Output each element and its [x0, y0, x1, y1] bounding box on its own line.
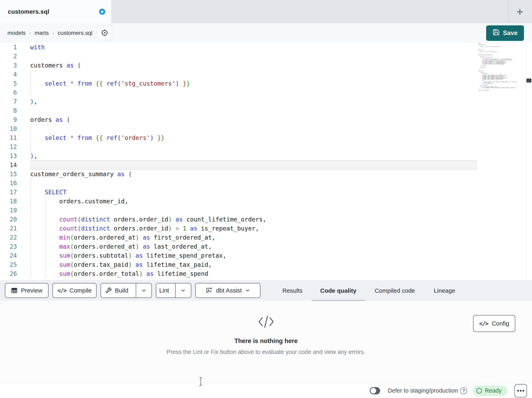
status-label: Ready	[485, 387, 502, 394]
preview-button[interactable]: Preview	[5, 283, 49, 298]
build-button[interactable]: Build	[101, 283, 133, 298]
code-icon: </>	[479, 320, 488, 327]
code-text[interactable]: count(distinct orders.order_id) as count…	[30, 215, 477, 224]
code-text[interactable]: SELECT	[30, 188, 477, 197]
code-line-1[interactable]: 1with	[0, 43, 477, 52]
editor-scrollbar[interactable]	[525, 43, 532, 280]
build-split-button: Build	[101, 283, 152, 298]
code-line-23[interactable]: 23 max(orders.ordered_at) as last_ordere…	[0, 242, 477, 251]
preview-label: Preview	[21, 287, 42, 294]
tab-compiled-code[interactable]: Compiled code	[374, 281, 416, 301]
docs-compass-button[interactable]	[97, 26, 112, 40]
code-text[interactable]: select * from {{ ref('stg_customers') }}	[30, 79, 477, 88]
code-text[interactable]: orders as (	[30, 115, 477, 124]
code-line-19[interactable]: 19	[0, 206, 477, 215]
compile-button[interactable]: </> Compile	[52, 283, 96, 298]
config-button[interactable]: </> Config	[473, 315, 515, 332]
code-line-22[interactable]: 22 min(orders.ordered_at) as first_order…	[0, 233, 477, 242]
code-line-10[interactable]: 10	[0, 124, 477, 133]
empty-state: There is nothing here Press the Lint or …	[0, 301, 532, 355]
lint-dropdown-button[interactable]	[175, 283, 191, 298]
code-line-6[interactable]: 6	[0, 88, 477, 97]
line-number: 20	[0, 215, 17, 224]
line-number: 25	[0, 260, 17, 269]
code-line-18[interactable]: 18 orders.customer_id,	[0, 197, 477, 206]
code-line-12[interactable]: 12	[0, 142, 477, 151]
line-number: 11	[0, 133, 17, 142]
code-text[interactable]	[30, 160, 477, 170]
code-line-13[interactable]: 13),	[0, 151, 477, 160]
lint-split-button: Lint	[156, 283, 191, 298]
tab-customers-sql[interactable]: customers.sql	[0, 0, 111, 23]
lint-button[interactable]: Lint	[156, 283, 172, 298]
editor-tab-bar: customers.sql +	[0, 0, 532, 23]
code-text[interactable]	[30, 179, 477, 188]
code-text[interactable]	[30, 70, 477, 79]
code-line-25[interactable]: 25 sum(orders.tax_paid) as lifetime_tax_…	[0, 260, 477, 269]
code-text[interactable]: sum(orders.order_total) as lifetime_spen…	[30, 269, 477, 278]
code-line-5[interactable]: 5 select * from {{ ref('stg_customers') …	[0, 79, 477, 88]
code-text[interactable]	[30, 106, 477, 115]
code-text[interactable]: ),	[30, 151, 477, 160]
code-line-4[interactable]: 4	[0, 70, 477, 79]
line-number: 24	[0, 251, 17, 260]
code-text[interactable]	[30, 124, 477, 133]
tab-code-quality[interactable]: Code quality	[319, 281, 358, 301]
code-line-15[interactable]: 15customer_orders_summary as (	[0, 170, 477, 179]
line-number: 17	[0, 188, 17, 197]
code-line-7[interactable]: 7),	[0, 97, 477, 106]
code-text[interactable]	[30, 142, 477, 151]
empty-state-title: There is nothing here	[234, 337, 298, 345]
minimap[interactable]: withcustomers as ( select * from {{ ref(…	[478, 43, 525, 91]
code-text[interactable]: count(distinct orders.order_id) > 1 as i…	[30, 224, 477, 233]
build-dropdown-button[interactable]	[136, 283, 152, 298]
code-text[interactable]: orders.customer_id,	[30, 197, 477, 206]
code-text[interactable]	[30, 206, 477, 215]
code-line-24[interactable]: 24 sum(orders.subtotal) as lifetime_spen…	[0, 251, 477, 260]
code-line-17[interactable]: 17 SELECT	[0, 188, 477, 197]
code-line-26[interactable]: 26 sum(orders.order_total) as lifetime_s…	[0, 269, 477, 278]
line-number: 2	[0, 52, 17, 61]
new-tab-button[interactable]: +	[511, 3, 529, 20]
code-line-8[interactable]: 8	[0, 106, 477, 115]
breadcrumb-marts[interactable]: marts	[35, 30, 49, 36]
line-number: 23	[0, 242, 17, 251]
table-icon	[11, 287, 18, 294]
breadcrumb-models[interactable]: models	[7, 30, 25, 36]
tab-lineage[interactable]: Lineage	[433, 281, 456, 301]
code-text[interactable]	[30, 88, 477, 97]
save-button[interactable]: Save	[486, 25, 524, 41]
dbt-assist-button[interactable]: dbt Assist	[195, 283, 260, 298]
code-text[interactable]: min(orders.ordered_at) as first_ordered_…	[30, 233, 477, 242]
code-line-2[interactable]: 2	[0, 52, 477, 61]
code-text[interactable]: sum(orders.subtotal) as lifetime_spend_p…	[30, 251, 477, 260]
scrollbar-thumb[interactable]	[526, 78, 531, 83]
code-text[interactable]: customers as (	[30, 61, 477, 70]
code-text[interactable]: customer_orders_summary as (	[30, 170, 477, 179]
defer-toggle[interactable]	[370, 387, 380, 394]
code-text[interactable]: with	[30, 43, 477, 52]
code-line-16[interactable]: 16	[0, 179, 477, 188]
code-text[interactable]: select * from {{ ref('orders') }}	[30, 133, 477, 142]
chevron-down-icon	[141, 288, 146, 293]
code-line-21[interactable]: 21 count(distinct orders.order_id) > 1 a…	[0, 224, 477, 233]
build-label: Build	[115, 287, 128, 294]
code-line-11[interactable]: 11 select * from {{ ref('orders') }}	[0, 133, 477, 142]
code-text[interactable]: max(orders.ordered_at) as last_ordered_a…	[30, 242, 477, 251]
code-text[interactable]: ),	[30, 97, 477, 106]
code-text[interactable]: sum(orders.tax_paid) as lifetime_tax_pai…	[30, 260, 477, 269]
code-line-9[interactable]: 9orders as (	[0, 115, 477, 124]
code-icon: </>	[57, 287, 66, 294]
tab-results[interactable]: Results	[281, 281, 304, 301]
file-header: models › marts › customers.sql Save	[0, 23, 532, 43]
assist-sparkle-chat-icon	[206, 287, 213, 294]
help-icon[interactable]: ?	[460, 387, 467, 394]
code-line-14[interactable]: 14	[0, 160, 477, 170]
code-slash-icon	[257, 315, 275, 328]
code-editor[interactable]: 1with23customers as (45 select * from {{…	[0, 43, 532, 280]
code-line-20[interactable]: 20 count(distinct orders.order_id) as co…	[0, 215, 477, 224]
code-line-3[interactable]: 3customers as (	[0, 61, 477, 70]
status-badge: Ready	[473, 385, 507, 396]
more-options-button[interactable]	[514, 384, 527, 397]
code-text[interactable]	[30, 52, 477, 61]
